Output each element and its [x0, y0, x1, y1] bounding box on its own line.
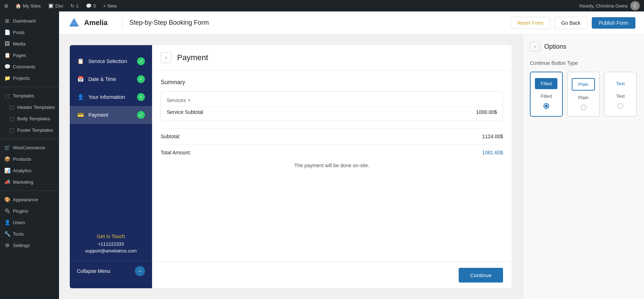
body-templates-icon: ⬚: [9, 116, 14, 121]
collapse-menu-label: Collapse Menu: [77, 268, 110, 274]
service-subtotal-value: 1000.00$: [476, 109, 497, 115]
plugins-icon: 🔌: [4, 208, 10, 214]
go-back-button[interactable]: Go Back: [555, 17, 587, 29]
header-templates-icon: ⬚: [9, 104, 14, 110]
plain-radio[interactable]: [581, 105, 586, 110]
payment-icon: 💳: [77, 111, 84, 119]
step-check-date: ✓: [137, 75, 145, 83]
sidebar-item-templates[interactable]: ⬚ Templates: [0, 90, 59, 101]
service-subtotal-row: Service Subtotal 1000.00$: [167, 107, 497, 115]
options-panel: ‹ Options Continue Button Type Filled Fi…: [522, 34, 644, 299]
text-label: Text: [616, 93, 625, 99]
step-date-time[interactable]: 📅 Date & Time ✓: [70, 70, 152, 88]
sidebar-item-appearance[interactable]: 🎨 Appearance: [0, 194, 59, 205]
services-row: Services ▾: [167, 97, 497, 103]
sidebar-item-footer-templates[interactable]: ⬚ Footer Templates: [0, 124, 59, 136]
main-content: Amelia Step-by-Step Booking Form Reset F…: [59, 11, 644, 299]
sidebar-item-woocommerce[interactable]: 🛒 WooCommerce: [0, 142, 59, 153]
btn-type-filled[interactable]: Filled Filled: [530, 72, 563, 117]
publish-form-button[interactable]: Publish Form: [592, 17, 635, 29]
projects-icon: 📁: [4, 75, 10, 81]
sidebar-item-analytics[interactable]: 📊 Analytics: [0, 165, 59, 176]
admin-bar-comments[interactable]: 💬 0: [86, 3, 96, 9]
options-header: ‹ Options: [530, 42, 637, 52]
sidebar-item-dashboard[interactable]: ⊞ Dashboard: [0, 15, 59, 26]
services-label: Services ▾: [167, 97, 190, 103]
options-title: Options: [544, 43, 566, 50]
reset-form-button[interactable]: Reset Form: [511, 17, 550, 29]
step-payment[interactable]: 💳 Payment ✓: [70, 106, 152, 124]
continue-button[interactable]: Continue: [459, 268, 503, 283]
text-radio[interactable]: [618, 103, 623, 109]
content-area: 📋 Service Selection ✓ 📅 Date & Time ✓ 👤 …: [59, 34, 644, 299]
service-subtotal-label: Service Subtotal: [167, 109, 203, 115]
payment-body: Summary Services ▾ Service Subtotal 1000: [152, 71, 512, 262]
sidebar-item-marketing[interactable]: 📣 Marketing: [0, 176, 59, 188]
btn-type-plain[interactable]: Plain Plain: [567, 72, 600, 117]
footer-email: support@ameliatms.com: [77, 248, 145, 254]
booking-area: 📋 Service Selection ✓ 📅 Date & Time ✓ 👤 …: [59, 34, 522, 299]
filled-radio[interactable]: [543, 103, 549, 109]
sidebar-item-comments[interactable]: 💬 Comments: [0, 61, 59, 72]
button-type-options: Filled Filled Plain Plain Text Text: [530, 72, 637, 117]
summary-title: Summary: [161, 79, 503, 86]
marketing-icon: 📣: [4, 179, 10, 185]
your-information-icon: 👤: [77, 93, 84, 101]
wp-logo[interactable]: ⊞: [4, 3, 8, 9]
payment-back-button[interactable]: ‹: [161, 52, 171, 63]
avatar: C: [630, 1, 640, 10]
amelia-logo-icon: [68, 16, 80, 29]
sidebar-item-pages[interactable]: 📋 Pages: [0, 49, 59, 61]
sidebar-item-tools[interactable]: 🔧 Tools: [0, 228, 59, 240]
plain-preview: Plain: [572, 78, 595, 91]
sidebar-item-header-templates[interactable]: ⬚ Header Templates: [0, 101, 59, 113]
admin-bar-updates[interactable]: ↻ 1: [70, 3, 79, 9]
admin-bar: ⊞ 🏠 My Sites 🔲 Divi ↻ 1 💬 0 + New Howdy,…: [0, 0, 644, 11]
total-label: Total Amount:: [161, 150, 191, 155]
sidebar-item-products[interactable]: 📦 Products: [0, 153, 59, 165]
step-service-selection[interactable]: 📋 Service Selection ✓: [70, 52, 152, 70]
sidebar-item-body-templates[interactable]: ⬚ Body Templates: [0, 113, 59, 124]
woocommerce-icon: 🛒: [4, 145, 10, 150]
media-icon: 🖼: [4, 41, 10, 47]
subtotal-label: Subtotal:: [161, 134, 180, 139]
posts-icon: 📄: [4, 29, 10, 35]
admin-bar-new[interactable]: + New: [103, 3, 117, 9]
admin-bar-mysites[interactable]: 🏠 My Sites: [15, 3, 41, 9]
admin-bar-divi[interactable]: 🔲 Divi: [48, 3, 63, 9]
page-header: Amelia Step-by-Step Booking Form Reset F…: [59, 11, 644, 34]
appearance-icon: 🎨: [4, 197, 10, 202]
step-check-service: ✓: [137, 57, 145, 65]
options-back-button[interactable]: ‹: [530, 42, 540, 52]
templates-icon: ⬚: [4, 93, 10, 98]
step-check-info: ✓: [137, 93, 145, 101]
sidebar-item-users[interactable]: 👤 Users: [0, 217, 59, 228]
step-your-information[interactable]: 👤 Your Information ✓: [70, 88, 152, 106]
sidebar: ⊞ Dashboard 📄 Posts 🖼 Media 📋 Pages 💬 Co…: [0, 11, 59, 299]
collapse-arrow-icon: →: [135, 266, 145, 276]
plain-label: Plain: [578, 95, 589, 100]
products-icon: 📦: [4, 156, 10, 162]
sidebar-item-media[interactable]: 🖼 Media: [0, 38, 59, 49]
subtotal-row: Subtotal: 1124.00$: [161, 128, 503, 144]
payment-title: Payment: [177, 53, 208, 62]
comments-icon: 💬: [4, 64, 10, 69]
collapse-menu-bar[interactable]: Collapse Menu →: [70, 261, 152, 281]
payment-header: ‹ Payment: [152, 45, 512, 71]
payment-footer: Continue: [152, 262, 512, 288]
dashboard-icon: ⊞: [4, 18, 10, 24]
btn-type-text[interactable]: Text Text: [604, 72, 637, 117]
sidebar-item-projects[interactable]: 📁 Projects: [0, 72, 59, 84]
admin-bar-user: Howdy, Christina Gwira C: [579, 1, 640, 10]
sidebar-item-settings[interactable]: ⚙ Settings: [0, 240, 59, 251]
amelia-logo-text: Amelia: [84, 19, 108, 27]
service-selection-icon: 📋: [77, 58, 84, 65]
sidebar-item-posts[interactable]: 📄 Posts: [0, 26, 59, 38]
sidebar-item-plugins[interactable]: 🔌 Plugins: [0, 205, 59, 217]
footer-phone: +111222333: [77, 241, 145, 247]
continue-button-type-label: Continue Button Type: [530, 60, 637, 66]
step-check-payment: ✓: [137, 111, 145, 119]
filled-preview: Filled: [535, 78, 557, 89]
pages-icon: 📋: [4, 52, 10, 58]
total-row: Total Amount: 1081.60$: [161, 144, 503, 155]
